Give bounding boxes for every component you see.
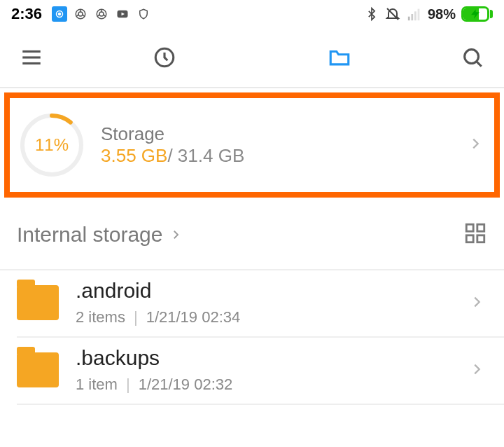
hamburger-icon <box>20 46 43 69</box>
grid-icon <box>463 221 487 245</box>
recent-tab[interactable] <box>77 46 252 69</box>
storage-summary[interactable]: 11% Storage 3.55 GB/ 31.4 GB <box>4 92 500 198</box>
chevron-right-icon <box>469 362 484 380</box>
file-count: 2 items <box>76 308 125 326</box>
storage-percent: 11% <box>17 110 87 180</box>
shield-icon <box>136 6 151 22</box>
svg-point-17 <box>465 50 479 64</box>
storage-wheel: 11% <box>17 110 87 180</box>
folder-icon <box>17 352 59 387</box>
chrome-icon <box>73 6 88 22</box>
svg-rect-8 <box>408 17 410 20</box>
svg-point-1 <box>59 13 61 15</box>
battery-percent: 98% <box>428 6 456 22</box>
file-name: .android <box>76 279 240 303</box>
folder-icon <box>17 285 59 320</box>
svg-rect-10 <box>414 11 416 20</box>
clock-icon <box>153 46 176 69</box>
breadcrumb-label: Internal storage <box>17 223 162 247</box>
list-item[interactable]: .backups 1 item | 1/21/19 02:32 <box>0 338 504 404</box>
svg-rect-23 <box>466 235 473 242</box>
file-date: 1/21/19 02:34 <box>146 308 241 326</box>
file-date: 1/21/19 02:32 <box>139 376 233 394</box>
status-time: 2:36 <box>11 5 42 23</box>
breadcrumb-path[interactable]: Internal storage <box>17 223 182 247</box>
storage-total: / 31.4 GB <box>167 145 244 166</box>
list-item[interactable]: .android 2 items | 1/21/19 02:34 <box>0 270 504 336</box>
menu-button[interactable] <box>0 46 77 69</box>
svg-line-18 <box>477 62 481 66</box>
search-icon <box>461 46 484 69</box>
top-nav <box>0 28 504 88</box>
meta-divider: | <box>126 376 130 394</box>
files-tab[interactable] <box>252 46 427 69</box>
svg-rect-9 <box>411 14 413 20</box>
chrome-icon-2 <box>94 6 109 22</box>
svg-rect-11 <box>418 9 420 21</box>
status-bar: 2:36 98% <box>0 0 504 28</box>
file-name: .backups <box>76 346 232 370</box>
breadcrumb: Internal storage <box>0 198 504 270</box>
file-list: .android 2 items | 1/21/19 02:34 .backup… <box>0 270 504 405</box>
svg-point-3 <box>78 12 83 16</box>
signal-icon <box>407 6 422 22</box>
folder-icon <box>328 46 351 69</box>
youtube-icon <box>115 6 130 22</box>
meta-divider: | <box>134 308 138 326</box>
storage-info: Storage 3.55 GB/ 31.4 GB <box>101 123 244 167</box>
chevron-right-icon <box>468 136 483 154</box>
storage-title: Storage <box>101 123 244 145</box>
svg-rect-21 <box>466 224 473 231</box>
storage-used: 3.55 GB <box>101 145 167 166</box>
search-button[interactable] <box>427 46 504 69</box>
chevron-right-icon <box>169 228 182 241</box>
view-grid-button[interactable] <box>463 221 487 248</box>
svg-point-5 <box>99 12 104 16</box>
svg-marker-12 <box>471 9 479 18</box>
battery-icon <box>461 6 493 22</box>
svg-rect-24 <box>477 235 484 242</box>
svg-rect-22 <box>477 224 484 231</box>
file-count: 1 item <box>76 376 118 394</box>
dnd-icon <box>384 6 401 22</box>
statusbar-app-icon-1 <box>52 6 67 22</box>
chevron-right-icon <box>469 294 484 312</box>
bluetooth-icon <box>365 6 379 22</box>
